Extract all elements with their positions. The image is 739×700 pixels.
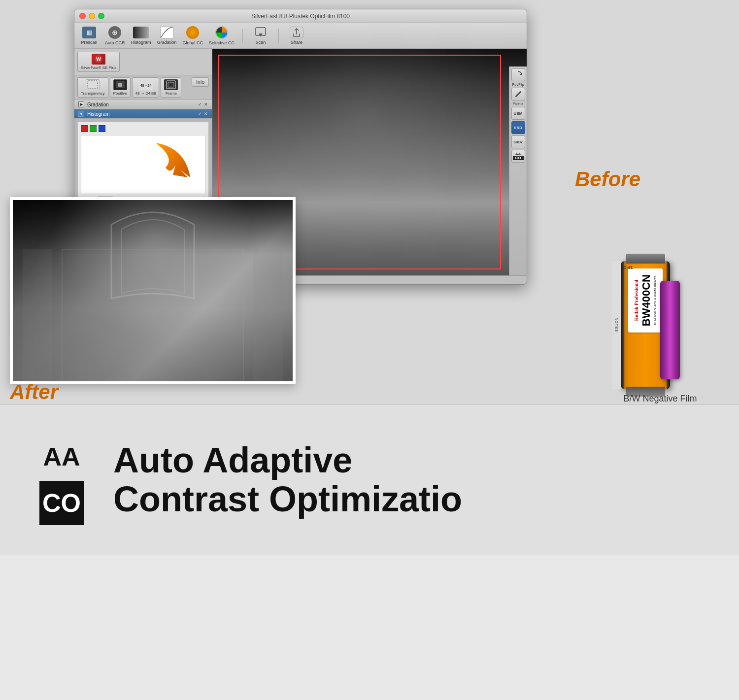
- film-container: NOTES C-41 Kodak Professional BW400CN FI…: [621, 261, 700, 389]
- histogram-label: Histogram: [131, 40, 151, 45]
- workflow-area: W SilverFast® SE Plus: [74, 49, 212, 75]
- film-brand: Kodak Professional: [634, 280, 639, 321]
- top-section: SilverFast 8.8 Plustek OpticFilm 8100 ▦ …: [0, 0, 739, 404]
- info-label: Info: [192, 77, 209, 87]
- globalcc-icon: [186, 26, 199, 39]
- histogram-panel-item[interactable]: ▼ Histogram ✓ ✕: [74, 109, 212, 119]
- svg-text:48→24: 48→24: [140, 84, 151, 87]
- toolbar-prescan[interactable]: ▦ Prescan: [79, 27, 99, 45]
- globalcc-label: Global CC: [183, 40, 203, 45]
- positive-icon: [113, 79, 127, 90]
- film-description: FILM FOR BLACK & WHITE PRINTS: [654, 276, 658, 325]
- panel-controls: ✓ ✕: [198, 102, 208, 107]
- workflow-pilot-btn[interactable]: W SilverFast® SE Plus: [77, 52, 120, 72]
- srd-label: SRD: [514, 126, 522, 130]
- aaco-bottom: CO: [513, 156, 524, 160]
- church-arch-svg: [13, 200, 293, 381]
- aaco-bottom-row: CO: [39, 481, 84, 525]
- usm-label: USM: [514, 111, 523, 116]
- check-icon: ✓: [198, 102, 202, 107]
- orange-arrow: [146, 138, 200, 182]
- aaco-co-box: CO: [39, 481, 84, 525]
- prescan-label: Prescan: [81, 40, 97, 45]
- transparency-btn[interactable]: Transparency: [77, 77, 108, 98]
- bw-negative-label: B/W Negative Film: [623, 394, 697, 404]
- pipette-btn[interactable]: [511, 88, 525, 100]
- aaco-title-line2: Contrast Optimizatio: [113, 480, 462, 519]
- svg-rect-5: [88, 81, 98, 89]
- toolbar-histogram[interactable]: Histogram: [131, 27, 151, 45]
- film-c41: C-41: [623, 265, 633, 270]
- film-roll: NOTES C-41 Kodak Professional BW400CN FI…: [621, 261, 670, 389]
- svg-rect-7: [118, 83, 122, 87]
- frame-label: Frame: [166, 91, 177, 96]
- usm-btn[interactable]: USM: [511, 107, 525, 120]
- x-icon2[interactable]: ✕: [204, 111, 208, 116]
- frame-btn[interactable]: Frame: [161, 77, 181, 98]
- selectivecc-icon: [215, 26, 228, 39]
- info-btn[interactable]: Info: [192, 77, 209, 98]
- workflow-icon: W: [92, 54, 105, 65]
- right-tools-panel: Rot/Flip Pipette USM SRD: [509, 67, 527, 275]
- histogram-chart: [81, 135, 205, 194]
- aaco-top-row: AA: [39, 434, 84, 479]
- expand-icon: ▶: [78, 101, 84, 107]
- toolbar-autoccr[interactable]: ⊕ Auto CCR: [105, 26, 125, 45]
- aaco-logo: AA CO: [39, 434, 84, 525]
- autoccr-label: Auto CCR: [105, 40, 125, 45]
- aaco-btn[interactable]: AA CO: [511, 150, 525, 163]
- selectivecc-label: Selective CC: [209, 40, 235, 45]
- maximize-button[interactable]: [98, 13, 104, 19]
- blue-channel[interactable]: [99, 125, 105, 132]
- gradation-panel-item[interactable]: ▶ Gradation ✓ ✕: [74, 100, 212, 109]
- film-canister: [660, 281, 680, 379]
- gradation-panel-label: ▶ Gradation: [78, 101, 109, 107]
- aaco-title-line1: Auto Adaptive: [113, 441, 462, 480]
- frame-icon: [164, 79, 178, 90]
- film-cap-top: [626, 254, 665, 264]
- histogram-text: Histogram: [87, 111, 110, 117]
- svg-marker-2: [259, 33, 263, 36]
- bit-depth-btn[interactable]: 48→24 48 → 24 Bit: [132, 77, 160, 98]
- toolbar-scan[interactable]: Scan: [251, 27, 270, 45]
- check-icon2: ✓: [198, 111, 202, 116]
- histogram-panel-label: ▼ Histogram: [78, 111, 110, 117]
- toolbar-selectivecc[interactable]: Selective CC: [209, 26, 235, 45]
- window-title: SilverFast 8.8 Plustek OpticFilm 8100: [251, 13, 350, 20]
- rot-flip-label: Rot/Flip: [512, 83, 524, 86]
- gradation-text: Gradation: [87, 102, 109, 107]
- minimize-button[interactable]: [89, 13, 95, 19]
- positive-label: Positive: [113, 91, 127, 96]
- tools-row: Transparency Positive: [74, 75, 212, 100]
- green-channel[interactable]: [90, 125, 97, 132]
- positive-btn[interactable]: Positive: [110, 77, 131, 98]
- histogram-icon: [133, 27, 149, 38]
- film-label-content: Kodak Professional BW400CN FILM FOR BLAC…: [634, 270, 658, 331]
- svg-text:W: W: [96, 57, 101, 62]
- film-model: BW400CN: [640, 274, 653, 326]
- red-channel[interactable]: [81, 125, 88, 132]
- share-icon: [290, 27, 303, 38]
- close-button[interactable]: [79, 13, 86, 19]
- svg-rect-13: [62, 249, 243, 381]
- toolbar-share[interactable]: Share: [287, 27, 306, 45]
- srdx-btn[interactable]: SRDx: [511, 135, 525, 148]
- scan-icon: [254, 27, 268, 38]
- toolbar-sep: [242, 29, 243, 43]
- srd-btn[interactable]: SRD: [511, 121, 525, 134]
- expand-active-icon: ▼: [78, 111, 84, 117]
- svg-marker-11: [520, 73, 522, 75]
- toolbar-gradation[interactable]: Gradation: [157, 27, 177, 45]
- toolbar-globalcc[interactable]: Global CC: [183, 26, 203, 45]
- after-label: After: [10, 380, 58, 404]
- prescan-icon: ▦: [82, 27, 96, 38]
- toolbar-sep2: [278, 29, 279, 43]
- pipette-label: Pipette: [513, 102, 524, 105]
- bit-depth-icon: 48→24: [139, 79, 153, 90]
- rot-flip-btn[interactable]: [511, 68, 525, 81]
- scan-label: Scan: [256, 40, 266, 45]
- after-image: [13, 200, 293, 381]
- transparency-icon: [86, 79, 100, 90]
- svg-point-12: [515, 96, 517, 97]
- mac-titlebar: SilverFast 8.8 Plustek OpticFilm 8100: [74, 9, 527, 23]
